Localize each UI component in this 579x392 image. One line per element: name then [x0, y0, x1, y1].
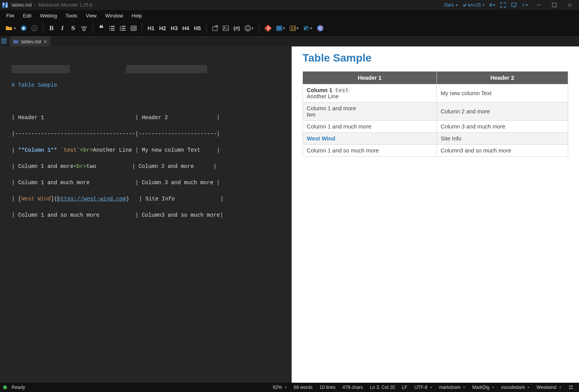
menu-help[interactable]: Help: [128, 11, 146, 20]
title-bar: tables.md - Markdown Monster 1.26.8 Dark…: [0, 0, 579, 10]
svg-point-17: [245, 26, 251, 31]
menu-file[interactable]: File: [2, 11, 18, 20]
id-button[interactable]: {#}: [232, 23, 242, 33]
status-pos: Ln 3, Col 20: [368, 385, 397, 390]
markdown-icon: [13, 39, 19, 45]
svg-point-16: [224, 27, 225, 28]
quote-button[interactable]: ❝: [96, 23, 106, 33]
h1-button[interactable]: H1: [146, 23, 156, 33]
status-theme[interactable]: vscodedark: [499, 385, 532, 390]
status-lines: 10 lines: [317, 385, 338, 390]
editor-line-title: # Table Sample: [12, 82, 57, 88]
monitor-icon[interactable]: [511, 2, 517, 8]
table-button[interactable]: [129, 23, 138, 33]
status-site[interactable]: Westwind: [534, 385, 564, 390]
toolbar-separator: [92, 23, 93, 33]
svg-point-18: [246, 27, 247, 28]
sidebar-toggle[interactable]: [0, 36, 8, 46]
preview-link[interactable]: West Wind: [307, 135, 335, 142]
table-row: Column 1 and so much more Column3 and so…: [303, 145, 568, 157]
menu-bar: File Edit Weblog Tools View Window Help: [0, 10, 579, 21]
svg-rect-7: [552, 3, 556, 7]
svg-rect-13: [131, 26, 136, 31]
ul-button[interactable]: [107, 23, 117, 33]
tab-label: tables.md: [21, 39, 41, 45]
toolbar-separator: [42, 23, 44, 33]
menu-tools[interactable]: Tools: [62, 11, 81, 20]
globe-icon[interactable]: ▾: [489, 2, 495, 8]
browser-button[interactable]: [315, 23, 325, 33]
preview-title: Table Sample: [302, 52, 568, 64]
toolbar-separator: [258, 23, 260, 33]
toolbar: ▾ B I S '{}' ❝ 123 H1 H2 H3 H4 H5 {#} ▾ …: [0, 21, 579, 36]
svg-rect-14: [213, 27, 217, 31]
svg-rect-5: [512, 3, 516, 6]
status-eol[interactable]: LF: [400, 385, 410, 390]
preview-pane[interactable]: Table Sample Header 1 Header 2 Column 1 …: [292, 46, 579, 383]
status-words: 68 words: [291, 385, 315, 390]
preview-button[interactable]: ▾: [275, 23, 287, 33]
h5-button[interactable]: H5: [192, 23, 203, 33]
tab-tables[interactable]: tables.md ✕: [10, 36, 50, 46]
table-row: West Wind Site Info: [303, 133, 568, 145]
gear-icon[interactable]: ▾: [522, 2, 528, 8]
strike-button[interactable]: S: [69, 23, 78, 33]
menu-view[interactable]: View: [82, 11, 101, 20]
emoji-button[interactable]: ▾: [243, 23, 255, 33]
rss-button[interactable]: ▾: [302, 23, 314, 33]
toolbar-separator: [206, 23, 207, 33]
lang-selector[interactable]: en-US▾: [462, 2, 485, 8]
svg-text:{}: {}: [291, 26, 296, 31]
preview-wrap: Table Sample Header 1 Header 2 Column 1 …: [289, 46, 579, 383]
italic-button[interactable]: I: [58, 23, 67, 33]
open-button[interactable]: ▾: [4, 23, 17, 33]
new-button[interactable]: [19, 23, 28, 33]
fullscreen-icon[interactable]: [500, 2, 506, 8]
tab-close-icon[interactable]: ✕: [43, 39, 47, 45]
sync-icon[interactable]: [566, 385, 576, 390]
tab-strip: tables.md ✕: [0, 36, 579, 46]
minimize-button[interactable]: [531, 0, 546, 10]
git-button[interactable]: [263, 23, 273, 33]
menu-edit[interactable]: Edit: [19, 11, 35, 20]
bold-button[interactable]: B: [47, 23, 56, 33]
preview-th: Header 2: [436, 72, 568, 84]
table-row: Column 1 and much more Column 3 and much…: [303, 121, 568, 133]
svg-text:3: 3: [120, 29, 121, 31]
h3-button[interactable]: H3: [169, 23, 179, 33]
status-parser[interactable]: MarkDig: [470, 385, 497, 390]
menu-weblog[interactable]: Weblog: [36, 11, 61, 20]
editor-pane[interactable]: # Table Sample | Header 1 | Header 2 | |…: [0, 46, 289, 383]
status-ready: Ready: [12, 385, 25, 390]
svg-point-29: [304, 29, 305, 30]
status-chars: 478 chars: [340, 385, 365, 390]
maximize-button[interactable]: [546, 0, 562, 10]
status-bar: Ready 92% 68 words 10 lines 478 chars Ln…: [0, 383, 579, 392]
svg-point-19: [248, 27, 249, 28]
check-icon: [462, 3, 467, 7]
status-enc[interactable]: UTF-8: [412, 385, 435, 390]
h2-button[interactable]: H2: [158, 23, 168, 33]
title-app: - Markdown Monster 1.26.8: [32, 2, 92, 8]
main-split: # Table Sample | Header 1 | Header 2 | |…: [0, 46, 579, 383]
svg-rect-28: [304, 26, 309, 31]
close-button[interactable]: [562, 0, 577, 10]
table-row: Column 1 and moretwo Column 2 and more: [303, 103, 568, 121]
ol-button[interactable]: 123: [118, 23, 127, 33]
link-button[interactable]: [210, 23, 220, 33]
status-lang[interactable]: markdown: [437, 385, 467, 390]
codeblock-button[interactable]: {}▾: [288, 23, 300, 33]
image-button[interactable]: [221, 23, 230, 33]
menu-window[interactable]: Window: [101, 11, 127, 20]
theme-selector[interactable]: Dark: [444, 2, 458, 8]
h4-button[interactable]: H4: [181, 23, 191, 33]
status-dot-icon: [3, 385, 7, 389]
editor-divider: |-------------------------------------|-…: [12, 130, 289, 138]
toolbar-separator: [141, 23, 143, 33]
svg-rect-15: [223, 26, 229, 31]
title-filename: tables.md: [12, 2, 32, 8]
save-button[interactable]: [30, 23, 39, 33]
code-inline-button[interactable]: '{}': [79, 23, 89, 33]
status-zoom[interactable]: 92%: [270, 385, 289, 390]
preview-th: Header 1: [303, 72, 437, 84]
